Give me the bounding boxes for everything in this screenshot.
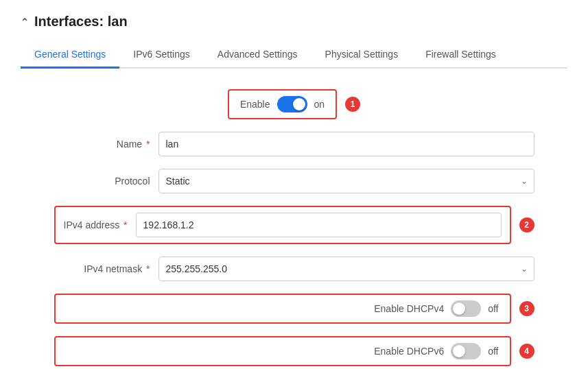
ipv4-netmask-required-star: * <box>146 263 150 274</box>
ipv4-netmask-label: IPv4 netmask * <box>54 263 150 274</box>
tab-ipv6-settings[interactable]: IPv6 Settings <box>119 42 204 69</box>
dhcpv6-state-label: off <box>488 346 498 357</box>
ipv4-netmask-select-wrapper: 255.255.255.0 255.255.0.0 255.0.0.0 ⌄ <box>158 257 534 281</box>
toggle-slider <box>277 96 307 112</box>
ipv4-address-label: IPv4 address * <box>64 219 128 230</box>
dhcpv4-toggle-slider <box>451 300 481 317</box>
ipv4-address-input[interactable] <box>136 213 502 237</box>
dhcpv4-box: Enable DHCPv4 off <box>54 294 511 324</box>
enable-badge: 1 <box>345 97 360 112</box>
dhcpv6-toggle[interactable] <box>451 343 481 359</box>
protocol-select[interactable]: Static DHCP DHCPv6 PPPoE None <box>158 169 534 193</box>
tab-bar: General Settings IPv6 Settings Advanced … <box>21 42 567 69</box>
ipv4-netmask-row: IPv4 netmask * 255.255.255.0 255.255.0.0… <box>54 257 534 281</box>
protocol-row: Protocol Static DHCP DHCPv6 PPPoE None ⌄ <box>54 169 534 193</box>
ipv4-netmask-select[interactable]: 255.255.255.0 255.255.0.0 255.0.0.0 <box>158 257 534 281</box>
dhcpv4-label: Enable DHCPv4 <box>67 303 445 314</box>
name-row: Name * <box>54 132 534 156</box>
protocol-select-wrapper: Static DHCP DHCPv6 PPPoE None ⌄ <box>158 169 534 193</box>
page-title: ⌃ Interfaces: lan <box>21 14 567 29</box>
tab-advanced-settings[interactable]: Advanced Settings <box>204 42 311 69</box>
enable-row: Enable on 1 <box>54 89 534 119</box>
enable-box: Enable on <box>228 89 337 119</box>
dhcpv4-state-label: off <box>488 303 498 314</box>
ipv4-address-row: IPv4 address * 2 <box>54 206 534 244</box>
tab-physical-settings[interactable]: Physical Settings <box>311 42 412 69</box>
dhcpv6-badge: 4 <box>519 344 534 359</box>
ipv4-address-required-star: * <box>124 219 127 230</box>
chevron-icon: ⌃ <box>21 16 29 27</box>
dhcpv6-toggle-slider <box>451 343 481 359</box>
dhcpv4-badge: 3 <box>519 301 534 316</box>
dhcpv4-toggle[interactable] <box>451 300 481 317</box>
enable-state-label: on <box>314 99 325 110</box>
dhcpv6-row: Enable DHCPv6 off 4 <box>54 336 534 366</box>
form-body: Enable on 1 Name * Protocol Static <box>54 89 534 366</box>
enable-label: Enable <box>240 99 270 110</box>
tab-general-settings[interactable]: General Settings <box>21 42 119 69</box>
tab-firewall-settings[interactable]: Firewall Settings <box>412 42 510 69</box>
name-required-star: * <box>146 139 150 150</box>
title-text: Interfaces: lan <box>34 14 128 29</box>
dhcpv6-label: Enable DHCPv6 <box>67 346 445 357</box>
dhcpv6-box: Enable DHCPv6 off <box>54 336 511 366</box>
name-label: Name * <box>54 139 150 150</box>
name-input[interactable] <box>158 132 534 156</box>
enable-toggle[interactable] <box>277 96 307 112</box>
dhcpv4-row: Enable DHCPv4 off 3 <box>54 294 534 324</box>
ipv4-address-badge: 2 <box>519 217 534 233</box>
ipv4-address-box: IPv4 address * <box>54 206 511 244</box>
protocol-label: Protocol <box>54 176 150 187</box>
